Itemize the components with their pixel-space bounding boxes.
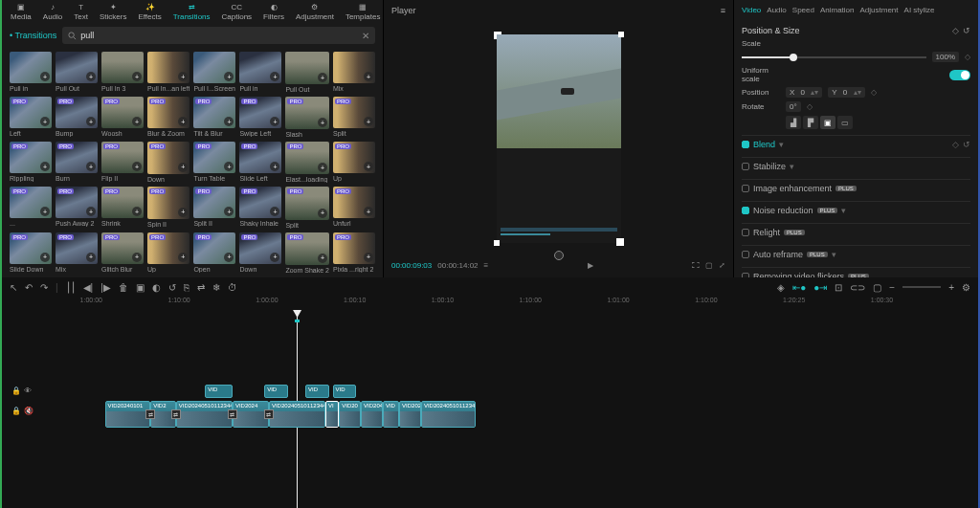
undo-icon[interactable]: ↶ — [25, 282, 33, 293]
inspector-tab-speed[interactable]: Speed — [792, 6, 814, 14]
transition-item[interactable]: +Pull Out — [56, 52, 98, 93]
transition-item[interactable]: +Pull In...an left — [147, 52, 189, 93]
add-transition-icon[interactable]: + — [270, 162, 279, 171]
zoom-fit-icon[interactable]: ▢ — [705, 261, 713, 270]
transition-node[interactable]: ⇄ — [228, 409, 237, 419]
timeline-ruler[interactable]: 1:00:001:10:001:00:001:00:101:00:101:10:… — [2, 297, 978, 310]
ratio-icon[interactable]: ⛶ — [692, 261, 700, 270]
asset-tab-effects[interactable]: ✨Effects — [133, 0, 166, 23]
transition-item[interactable]: +Pull In 3 — [101, 52, 144, 93]
add-transition-icon[interactable]: + — [86, 162, 96, 171]
freeze-icon[interactable]: ❄ — [212, 282, 220, 293]
transition-item[interactable]: PRO+Left — [10, 97, 52, 138]
stabilize-header[interactable]: Stabilize — [753, 162, 786, 171]
add-transition-icon[interactable]: + — [40, 72, 50, 81]
inspector-tab-audio[interactable]: Audio — [767, 6, 786, 14]
transition-item[interactable]: PRO+Woosh — [101, 97, 144, 138]
copy-icon[interactable]: ⎘ — [184, 282, 189, 293]
transition-item[interactable]: PRO+Pixla ...right 2 — [333, 232, 375, 274]
player-menu-icon[interactable]: ≡ — [721, 6, 725, 15]
fullscreen-icon[interactable]: ⤢ — [719, 261, 725, 270]
transition-item[interactable]: PRO+Spin II — [147, 187, 189, 228]
flip-vertical-button[interactable]: ▛ — [803, 116, 818, 129]
crop-button[interactable]: ▣ — [820, 116, 835, 129]
position-size-header[interactable]: Position & Size — [742, 26, 800, 35]
add-transition-icon[interactable]: + — [270, 117, 279, 126]
video-clip[interactable]: VID20240510112344.mp — [269, 401, 325, 428]
add-transition-icon[interactable]: + — [132, 162, 142, 171]
transition-item[interactable]: PRO+Turn Table — [193, 142, 235, 183]
transition-item[interactable]: PRO+Up — [333, 142, 375, 183]
scale-slider[interactable] — [742, 56, 926, 58]
add-transition-icon[interactable]: + — [224, 207, 234, 216]
transition-item[interactable]: PRO+Split — [333, 97, 375, 138]
transition-item[interactable]: PRO+Burn — [56, 142, 98, 183]
add-transition-icon[interactable]: + — [132, 253, 142, 262]
transition-item[interactable]: PRO+Unfurl — [333, 187, 375, 228]
fit-button[interactable]: ▭ — [837, 116, 853, 129]
overlay-visibility-icon[interactable]: 👁 — [24, 387, 32, 395]
auto-reframe-checkbox[interactable] — [742, 251, 749, 258]
add-transition-icon[interactable]: + — [364, 253, 373, 262]
video-clip[interactable]: VID20405 — [361, 401, 383, 428]
transition-item[interactable]: PRO+Split — [285, 187, 329, 228]
transition-item[interactable]: PRO+Swipe Left — [239, 97, 281, 138]
trim-right-icon[interactable]: |▶ — [100, 282, 111, 293]
add-transition-icon[interactable]: + — [178, 117, 188, 126]
blend-header[interactable]: Blend — [753, 140, 775, 149]
add-transition-icon[interactable]: + — [178, 72, 188, 81]
transition-item[interactable]: PRO+Mix — [56, 232, 98, 274]
add-transition-icon[interactable]: + — [132, 207, 142, 216]
transition-item[interactable]: PRO+Open — [193, 232, 235, 274]
transition-item[interactable]: PRO+Down — [239, 232, 281, 274]
overlay-clip[interactable]: VID — [264, 385, 288, 398]
transition-node[interactable]: ⇄ — [145, 409, 155, 419]
relight-header[interactable]: Relight — [753, 228, 780, 237]
reset-icon[interactable]: ↺ — [963, 26, 970, 35]
add-transition-icon[interactable]: + — [318, 73, 327, 82]
auto-reframe-header[interactable]: Auto reframe — [753, 250, 803, 259]
transition-node[interactable]: ⇄ — [264, 409, 274, 419]
transition-item[interactable]: PRO+Slide Down — [10, 232, 52, 274]
add-transition-icon[interactable]: + — [40, 117, 50, 126]
asset-tab-media[interactable]: ▣Media — [6, 0, 36, 23]
transition-item[interactable]: PRO+Split II — [193, 187, 235, 228]
inspector-tab-animation[interactable]: Animation — [820, 6, 855, 14]
search-box[interactable]: ✕ — [62, 27, 375, 44]
inspector-tab-video[interactable]: Video — [742, 6, 761, 14]
transition-item[interactable]: PRO+Glitch Blur — [101, 232, 144, 274]
player-viewport[interactable] — [391, 19, 725, 257]
preview-icon[interactable]: ▢ — [873, 282, 881, 293]
stabilize-checkbox[interactable] — [742, 163, 749, 170]
add-transition-icon[interactable]: + — [132, 72, 142, 81]
inspector-tab-ai-stylize[interactable]: AI stylize — [904, 6, 935, 14]
noise-reduction-header[interactable]: Noise reduction — [753, 206, 813, 215]
blend-checkbox[interactable] — [742, 141, 749, 148]
marker-icon[interactable]: ◈ — [777, 282, 785, 293]
asset-tab-stickers[interactable]: ✦Stickers — [95, 0, 131, 23]
add-transition-icon[interactable]: + — [178, 253, 188, 262]
video-clip[interactable]: VID20240510112344.mp — [176, 401, 233, 428]
transition-item[interactable]: PRO+Shrink — [101, 187, 144, 228]
transition-item[interactable]: PRO+Up — [147, 232, 189, 274]
scale-value[interactable]: 100% — [932, 52, 959, 62]
add-transition-icon[interactable]: + — [364, 72, 373, 81]
auto-snap-icon[interactable]: ⊡ — [835, 282, 842, 293]
flip-horizontal-button[interactable]: ▟ — [786, 116, 801, 129]
handle-bottom-left[interactable] — [494, 240, 500, 246]
add-transition-icon[interactable]: + — [224, 72, 234, 81]
transition-item[interactable]: PRO+Shaky Inhale — [239, 187, 281, 228]
rotate-tool-icon[interactable]: ↺ — [168, 282, 176, 293]
add-transition-icon[interactable]: + — [318, 254, 327, 263]
zoom-out-icon[interactable]: − — [889, 282, 895, 293]
video-clip[interactable]: VID2024051011234 — [421, 401, 476, 428]
asset-tab-audio[interactable]: ♪Audio — [38, 0, 67, 23]
video-clip[interactable]: VID — [383, 401, 399, 428]
transition-item[interactable]: PRO+Flip II — [101, 142, 144, 183]
add-transition-icon[interactable]: + — [364, 162, 373, 171]
add-transition-icon[interactable]: + — [86, 207, 96, 216]
noise-reduction-checkbox[interactable] — [742, 207, 749, 214]
add-transition-icon[interactable]: + — [318, 209, 327, 218]
overlay-clip[interactable]: VID — [305, 385, 329, 398]
add-transition-icon[interactable]: + — [224, 117, 234, 126]
